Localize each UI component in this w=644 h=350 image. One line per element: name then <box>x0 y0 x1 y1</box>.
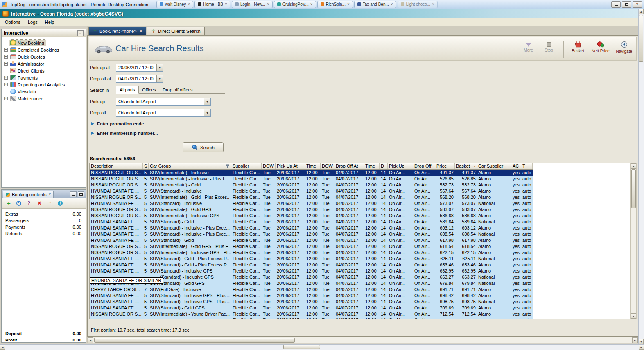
booking-contents-tab[interactable]: Booking contents × <box>3 191 54 198</box>
col-header-ac[interactable]: AC <box>511 163 521 169</box>
close-button[interactable]: × <box>633 1 642 8</box>
minimize-button[interactable] <box>611 1 621 8</box>
result-row[interactable]: HYUNDAI SANTA FE ... 5 SUV(Standard) - I… <box>90 188 533 194</box>
result-row[interactable]: NISSAN ROGUE OR S... 5 SUV(Intermediate)… <box>90 207 533 213</box>
tree-item-target[interactable]: Administrator <box>9 61 46 67</box>
rate-icon[interactable] <box>26 200 32 206</box>
scrollbar-thumb[interactable] <box>631 169 636 208</box>
col-header-description[interactable]: Description <box>90 163 143 169</box>
tab-close-icon[interactable]: × <box>140 29 142 33</box>
browser-tab[interactable]: Tax and Ben... × <box>354 1 396 8</box>
browser-tab[interactable]: walt Disney × <box>156 1 193 8</box>
rdp-vertical-scrollbar[interactable]: ▲ ▼ <box>638 9 644 344</box>
browser-tab[interactable]: CruisingPow... × <box>274 1 316 8</box>
result-row[interactable]: NISSAN ROGUE OR S... 5 SUV(Intermediate)… <box>90 213 533 219</box>
result-row[interactable]: NISSAN ROGUE OR S... 5 SUV(Intermediate)… <box>90 170 533 176</box>
pickup-location-combobox[interactable]: Orlando Intl Airport ▼ <box>116 98 211 106</box>
col-header-dow-pickup[interactable]: DOW <box>262 163 276 169</box>
booking-contents-close-icon[interactable]: × <box>48 192 51 197</box>
scroll-down-button[interactable]: ▼ <box>631 313 636 319</box>
result-row[interactable]: HYUNDAI SANTA FE ... 5 SUV(Standard) - I… <box>90 200 533 207</box>
result-row[interactable]: HYUNDAI SANTA FE ... 5 SUV(Standard) - G… <box>90 219 533 225</box>
chevron-down-icon[interactable]: ▼ <box>156 75 163 82</box>
tab-close-icon[interactable]: × <box>188 2 190 7</box>
result-row[interactable]: CHEVY TAHOE OR SI... 7 SUV(Full Size) - … <box>90 286 533 293</box>
tree-item-target[interactable]: Direct Clients <box>9 68 46 74</box>
expand-toggle-icon[interactable] <box>4 48 8 52</box>
scroll-up-button[interactable]: ▲ <box>631 163 636 169</box>
tree-item-target[interactable]: Quick Quotes <box>9 54 47 60</box>
expand-toggle-icon[interactable] <box>4 62 8 66</box>
browser-tab[interactable]: Light choco... × <box>398 1 438 8</box>
result-row[interactable]: NISSAN ROGUE OR S... 5 SUV(Intermediate)… <box>90 176 533 182</box>
result-row[interactable]: NISSAN ROGUE OR S... 5 SUV(Intermediate)… <box>90 311 533 317</box>
scroll-down-button[interactable]: ▼ <box>639 339 644 344</box>
result-row[interactable]: HYUNDAI SANTA FE ... 5 SUV(Standard) - I… <box>90 299 533 305</box>
col-header-dropoff-location[interactable]: Drop Off <box>413 163 435 169</box>
result-row[interactable]: HYUNDAI SANTA FE ... 5 SUV(Standard) - I… <box>90 268 533 274</box>
panel-minimize-button[interactable] <box>70 191 77 197</box>
result-row[interactable]: Flexible Car... Tue 20/06/2017 12:00 Tue… <box>90 317 533 319</box>
delete-icon[interactable] <box>36 200 43 206</box>
search-in-tab[interactable]: Offices <box>139 86 159 93</box>
col-header-pickup-location[interactable]: Pick Up <box>388 163 413 169</box>
more-button[interactable]: More <box>522 40 536 52</box>
document-tab[interactable]: Direct Clients Search × <box>147 27 204 35</box>
result-row[interactable]: NISSAN ROGUE OR S... 5 SUV(Intermediate)… <box>90 250 533 256</box>
scroll-left-button[interactable]: ◄ <box>88 337 93 343</box>
history-icon[interactable] <box>16 201 21 206</box>
menu-item[interactable]: Logs <box>24 19 41 25</box>
tab-close-icon[interactable]: × <box>432 2 434 7</box>
tree-item[interactable]: Maintenance <box>2 95 86 102</box>
scroll-left-button[interactable]: ◄ <box>0 345 5 350</box>
col-header-transmission[interactable]: T <box>521 163 533 169</box>
col-header-basket[interactable]: Basket ▾ <box>455 163 477 169</box>
dropoff-location-combobox[interactable]: Orlando Intl Airport ▼ <box>116 109 211 117</box>
menu-item[interactable]: Options <box>1 19 24 25</box>
promotion-code-expander[interactable]: Enter promotion code... <box>91 121 344 126</box>
result-row[interactable]: HYUNDAI SANTA FE ... 5 SUV(Standard) - G… <box>90 237 533 243</box>
col-header-dropoff-time[interactable]: Time <box>364 163 380 169</box>
chevron-down-icon[interactable]: ▼ <box>204 109 210 116</box>
col-header-seats[interactable]: S <box>143 163 149 169</box>
tree-item[interactable]: Direct Clients <box>2 67 86 74</box>
result-row[interactable]: NISSAN ROGUE OR S... 5 SUV(Intermediate)… <box>90 182 533 188</box>
add-icon[interactable] <box>6 200 12 206</box>
col-header-car-group[interactable]: Car Group <box>149 163 231 169</box>
tree-item-target[interactable]: Viewdata <box>9 89 38 95</box>
tab-close-icon[interactable]: × <box>310 2 313 7</box>
col-header-pickup-time[interactable]: Time <box>305 163 321 169</box>
tab-close-icon[interactable]: × <box>267 2 269 7</box>
tree-item[interactable]: Reporting and Analytics <box>2 81 86 88</box>
tree-item-target[interactable]: New Booking <box>9 40 46 46</box>
result-row[interactable]: NISSAN ROGUE OR S... 5 SUV(Intermediate)… <box>90 194 533 200</box>
result-row[interactable]: HYUNDAI SANTA FE ... 5 SUV(Standard) - G… <box>90 305 533 311</box>
col-header-dropoff-at[interactable]: Drop Off At <box>334 163 364 169</box>
basket-button[interactable]: Basket <box>571 40 585 53</box>
scrollbar-thumb[interactable] <box>94 338 295 343</box>
tab-close-icon[interactable]: × <box>347 2 350 7</box>
result-row[interactable]: HYUNDAI SANTA FE ... 5 SUV(Standard) - I… <box>90 293 533 299</box>
tree-item-target[interactable]: Reporting and Analytics <box>9 82 67 88</box>
menu-item[interactable]: Help <box>41 19 58 25</box>
browser-tab[interactable]: Home - BB × <box>194 1 230 8</box>
dropoff-at-input[interactable]: 04/07/2017 12:00 ▼ <box>116 75 163 83</box>
expand-toggle-icon[interactable] <box>4 76 8 80</box>
tree-item[interactable]: New Booking <box>2 39 86 46</box>
scrollbar-thumb[interactable] <box>283 345 320 349</box>
info-icon[interactable] <box>58 201 63 206</box>
expand-toggle-icon[interactable] <box>4 97 8 100</box>
result-row[interactable]: HYUNDAI SANTA FE ... 5 SUV(Standard) - G… <box>90 256 533 262</box>
rdp-horizontal-scrollbar[interactable]: ◄ ► <box>0 344 644 350</box>
chevron-down-icon[interactable]: ▼ <box>156 64 163 71</box>
tree-item[interactable]: Payments <box>2 74 86 81</box>
search-button[interactable]: Search <box>183 142 224 152</box>
tree-item[interactable]: Viewdata <box>2 88 86 95</box>
content-horizontal-scrollbar[interactable]: ◄ ► <box>87 337 638 343</box>
result-row[interactable]: HYUNDAI SANTA FE ... 5 SUV(Standard) - G… <box>90 262 533 268</box>
col-header-days[interactable]: D <box>380 163 388 169</box>
scroll-up-button[interactable]: ▲ <box>639 9 644 14</box>
expand-toggle-icon[interactable] <box>4 55 8 59</box>
result-row[interactable]: HYUNDAI SANTA FE ... 5 SUV(Standard) - I… <box>90 225 533 231</box>
tree-item[interactable]: Completed Bookings <box>2 46 86 53</box>
